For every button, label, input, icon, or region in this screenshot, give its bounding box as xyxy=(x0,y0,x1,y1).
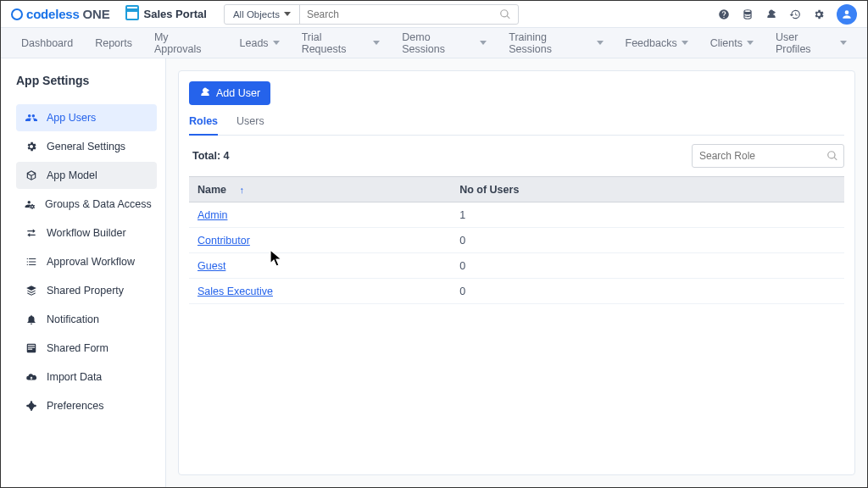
checklist-icon xyxy=(25,256,38,268)
brand-text-prefix: codeless xyxy=(26,7,80,21)
sidebar-item-import-data[interactable]: Import Data xyxy=(16,363,157,391)
sidebar: App Settings App Users General Settings … xyxy=(1,58,166,487)
nav-my-approvals[interactable]: My Approvals xyxy=(154,31,218,55)
nav-trial-requests[interactable]: Trial Requests xyxy=(302,31,381,55)
cell-users: 0 xyxy=(451,228,844,253)
brand-text-suffix: ONE xyxy=(83,7,110,21)
sidebar-item-app-users[interactable]: App Users xyxy=(16,104,157,131)
add-user-label: Add User xyxy=(216,87,260,99)
sidebar-item-label: General Settings xyxy=(47,141,125,152)
logo-icon xyxy=(11,8,23,20)
sidebar-item-label: Preferences xyxy=(47,400,103,412)
users-gear-icon xyxy=(25,198,36,210)
role-search-wrap xyxy=(692,144,844,168)
add-user-button[interactable]: Add User xyxy=(189,81,270,105)
tab-users[interactable]: Users xyxy=(236,115,264,135)
role-link[interactable]: Sales Executive xyxy=(198,286,273,297)
table-row: Sales Executive 0 xyxy=(189,279,844,304)
caret-down-icon xyxy=(682,41,688,45)
search-scope-label: All Objects xyxy=(233,9,280,19)
search-scope-dropdown[interactable]: All Objects xyxy=(225,5,300,24)
nav-dashboard[interactable]: Dashboard xyxy=(21,37,73,49)
sidebar-item-label: Groups & Data Access xyxy=(45,198,152,210)
global-search-input[interactable] xyxy=(300,5,499,24)
sidebar-item-groups-data-access[interactable]: Groups & Data Access xyxy=(16,191,157,218)
nav-training-sessions[interactable]: Training Sessions xyxy=(509,31,603,55)
caret-down-icon xyxy=(747,41,754,45)
total-count: Total: 4 xyxy=(189,150,230,162)
help-icon[interactable] xyxy=(718,8,730,20)
role-link[interactable]: Guest xyxy=(198,260,225,272)
settings-icon[interactable] xyxy=(813,8,825,20)
cell-users: 0 xyxy=(451,279,844,304)
sidebar-item-shared-form[interactable]: Shared Form xyxy=(16,335,157,362)
sidebar-item-label: App Model xyxy=(47,169,97,181)
table-row: Contributor 0 xyxy=(189,228,844,253)
sidebar-item-label: Workflow Builder xyxy=(47,227,126,239)
sidebar-item-label: Shared Form xyxy=(47,342,108,354)
briefcase-icon xyxy=(125,8,139,20)
tab-roles[interactable]: Roles xyxy=(189,115,218,136)
sidebar-item-label: Notification xyxy=(47,313,99,325)
history-icon[interactable] xyxy=(789,8,801,20)
users-icon xyxy=(25,112,38,124)
role-link[interactable]: Admin xyxy=(198,209,227,221)
sidebar-item-app-model[interactable]: App Model xyxy=(16,162,157,189)
arrows-icon xyxy=(25,227,38,239)
user-plus-icon[interactable] xyxy=(765,8,777,20)
database-icon[interactable] xyxy=(742,8,754,20)
sidebar-item-approval-workflow[interactable]: Approval Workflow xyxy=(16,248,157,275)
sidebar-title: App Settings xyxy=(16,74,157,87)
search-icon xyxy=(499,8,511,20)
caret-down-icon xyxy=(373,41,380,45)
caret-down-icon xyxy=(840,41,847,45)
column-no-of-users[interactable]: No of Users xyxy=(451,177,844,202)
nav-clients[interactable]: Clients xyxy=(710,37,754,49)
sidebar-item-shared-property[interactable]: Shared Property xyxy=(16,277,157,304)
sidebar-item-label: Approval Workflow xyxy=(47,256,135,268)
main-nav: Dashboard Reports My Approvals Leads Tri… xyxy=(1,28,867,58)
sidebar-item-notification[interactable]: Notification xyxy=(16,306,157,333)
role-link[interactable]: Contributor xyxy=(198,235,250,247)
stack-icon xyxy=(25,285,38,297)
cube-icon xyxy=(25,169,38,181)
brand-logo[interactable]: codelessONE xyxy=(11,7,110,21)
sidebar-item-workflow-builder[interactable]: Workflow Builder xyxy=(16,219,157,247)
cell-users: 0 xyxy=(451,253,844,279)
sort-asc-icon: ↑ xyxy=(240,185,245,195)
nav-demo-sessions[interactable]: Demo Sessions xyxy=(402,31,487,55)
search-icon xyxy=(826,150,838,162)
caret-down-icon xyxy=(480,41,487,45)
nav-user-profiles[interactable]: User Profiles xyxy=(776,31,847,55)
user-plus-icon xyxy=(199,86,211,101)
nav-reports[interactable]: Reports xyxy=(95,37,132,49)
sidebar-item-label: App Users xyxy=(47,112,96,124)
portal-selector[interactable]: Sales Portal xyxy=(125,8,207,20)
bell-icon xyxy=(25,313,38,325)
caret-down-icon xyxy=(273,41,280,45)
form-icon xyxy=(25,342,38,354)
table-row: Guest 0 xyxy=(189,253,844,279)
nav-leads[interactable]: Leads xyxy=(240,37,280,49)
user-avatar[interactable] xyxy=(837,4,857,25)
sidebar-item-label: Import Data xyxy=(47,371,102,383)
cell-users: 1 xyxy=(451,202,844,228)
roles-table: Name ↑ No of Users Admin 1 Contributor xyxy=(189,176,844,304)
caret-down-icon xyxy=(284,12,291,16)
gear-icon xyxy=(25,141,38,152)
sidebar-item-label: Shared Property xyxy=(47,285,124,297)
nav-feedbacks[interactable]: Feedbacks xyxy=(626,37,688,49)
portal-name: Sales Portal xyxy=(144,8,207,20)
role-search-input[interactable] xyxy=(699,150,826,162)
table-row: Admin 1 xyxy=(189,202,844,228)
sidebar-item-preferences[interactable]: Preferences xyxy=(16,392,157,419)
column-name[interactable]: Name ↑ xyxy=(189,177,451,202)
sliders-icon xyxy=(25,400,38,412)
caret-down-icon xyxy=(597,41,604,45)
sidebar-item-general-settings[interactable]: General Settings xyxy=(16,133,157,160)
cloud-upload-icon xyxy=(25,371,38,383)
